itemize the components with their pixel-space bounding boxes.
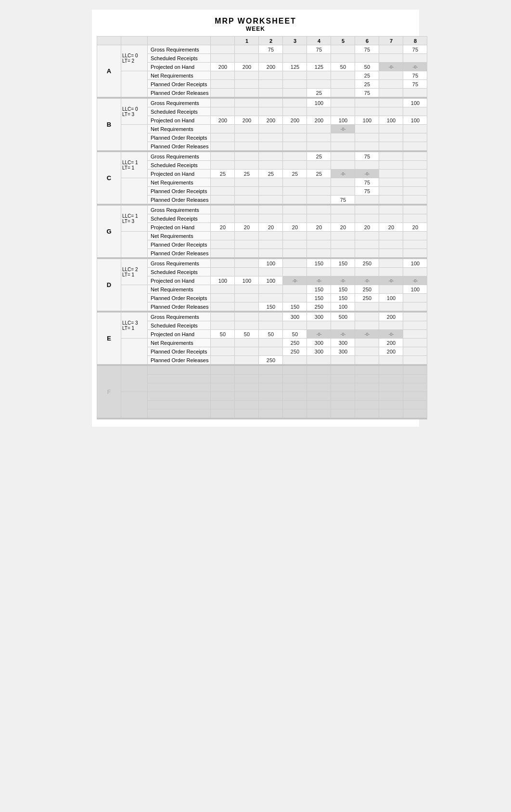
cell-1-3-w8 [403, 125, 427, 133]
llc-E: LLC= 3LT= 1 [121, 313, 148, 339]
cell-3-0-w4 [307, 206, 331, 214]
cell-3-5-w3 [283, 249, 307, 258]
cell-6-0-w6 [355, 366, 379, 375]
cell-2-4-w7 [379, 187, 403, 196]
label-3-5: Planned Order Releases [148, 249, 211, 258]
oh-5-5 [211, 356, 235, 365]
cell-0-2-w1: 200 [235, 63, 259, 71]
cell-5-2-w3: 50 [283, 330, 307, 339]
cell-1-0-w2 [259, 99, 283, 107]
cell-2-4-w5 [331, 187, 355, 196]
cell-4-1-w7 [379, 268, 403, 276]
cell-6-4-w7 [379, 401, 403, 409]
cell-4-5-w4: 250 [307, 302, 331, 311]
cell-3-4-w7 [379, 240, 403, 249]
cell-3-0-w1 [235, 206, 259, 214]
cell-4-5-w6 [355, 302, 379, 311]
label-0-2: Projected on Hand [148, 63, 211, 71]
oh-1-2: 200 [211, 116, 235, 125]
cell-2-2-w5: -0- [331, 170, 355, 178]
llc-F [121, 366, 148, 392]
cell-0-0-w1 [235, 45, 259, 54]
cell-2-5-w7 [379, 196, 403, 204]
cell-3-1-w6 [355, 214, 379, 223]
cell-4-3-w8: 100 [403, 285, 427, 294]
cell-5-2-w6: -0- [355, 330, 379, 339]
cell-0-4-w6: 25 [355, 80, 379, 89]
cell-2-1-w7 [379, 161, 403, 170]
label-2-5: Planned Order Releases [148, 196, 211, 204]
cell-3-4-w8 [403, 240, 427, 249]
cell-5-3-w7: 200 [379, 339, 403, 347]
cell-0-3-w5 [331, 71, 355, 80]
cell-5-4-w5: 300 [331, 347, 355, 356]
cell-6-1-w3 [283, 375, 307, 383]
cell-3-4-w1 [235, 240, 259, 249]
cell-4-2-w1: 100 [235, 276, 259, 285]
cell-3-1-w4 [307, 214, 331, 223]
cell-4-4-w1 [235, 294, 259, 302]
cell-6-3-w4 [307, 392, 331, 401]
cell-5-2-w8 [403, 330, 427, 339]
label-3-2: Projected on Hand [148, 223, 211, 232]
cell-5-3-w1 [235, 339, 259, 347]
cell-1-5-w1 [235, 142, 259, 151]
label-1-4: Planned Order Receipts [148, 133, 211, 142]
label-4-0: Gross Requirements [148, 259, 211, 268]
cell-2-1-w3 [283, 161, 307, 170]
lt-spacer-B [121, 125, 148, 151]
cell-3-0-w6 [355, 206, 379, 214]
cell-3-3-w2 [259, 232, 283, 240]
cell-1-5-w5 [331, 142, 355, 151]
cell-2-5-w1 [235, 196, 259, 204]
cell-2-3-w1 [235, 178, 259, 187]
cell-4-5-w8 [403, 302, 427, 311]
cell-1-0-w4: 100 [307, 99, 331, 107]
oh-6-0 [211, 366, 235, 375]
label-0-3: Net Requirements [148, 71, 211, 80]
cell-6-1-w6 [355, 375, 379, 383]
llc-G: LLC= 1LT= 3 [121, 206, 148, 232]
cell-1-0-w8: 100 [403, 99, 427, 107]
lt-spacer-D [121, 285, 148, 311]
cell-1-4-w2 [259, 133, 283, 142]
label-3-3: Net Requirements [148, 232, 211, 240]
label-3-0: Gross Requirements [148, 206, 211, 214]
cell-6-0-w1 [235, 366, 259, 375]
cell-5-4-w6 [355, 347, 379, 356]
cell-5-0-w8 [403, 313, 427, 321]
item-C: C [97, 152, 121, 204]
cell-4-4-w7: 100 [379, 294, 403, 302]
oh-4-0 [211, 259, 235, 268]
cell-1-5-w3 [283, 142, 307, 151]
cell-6-2-w5 [331, 383, 355, 392]
oh-0-3 [211, 71, 235, 80]
cell-6-5-w4 [307, 409, 331, 418]
cell-6-3-w3 [283, 392, 307, 401]
cell-3-1-w1 [235, 214, 259, 223]
cell-1-4-w1 [235, 133, 259, 142]
cell-3-4-w6 [355, 240, 379, 249]
oh-1-4 [211, 133, 235, 142]
cell-6-4-w4 [307, 401, 331, 409]
cell-5-3-w6 [355, 339, 379, 347]
cell-5-0-w5: 500 [331, 313, 355, 321]
label-4-2: Projected on Hand [148, 276, 211, 285]
cell-0-1-w8 [403, 54, 427, 63]
cell-5-5-w8 [403, 356, 427, 365]
cell-4-1-w1 [235, 268, 259, 276]
cell-0-4-w1 [235, 80, 259, 89]
cell-4-3-w5: 150 [331, 285, 355, 294]
cell-4-2-w5: -0- [331, 276, 355, 285]
col-header-oh [211, 37, 235, 45]
cell-6-5-w2 [259, 409, 283, 418]
label-6-4 [148, 401, 211, 409]
oh-6-3 [211, 392, 235, 401]
oh-5-4 [211, 347, 235, 356]
oh-4-5 [211, 302, 235, 311]
cell-3-5-w1 [235, 249, 259, 258]
cell-5-3-w8 [403, 339, 427, 347]
cell-4-1-w5 [331, 268, 355, 276]
cell-0-0-w4: 75 [307, 45, 331, 54]
cell-3-4-w5 [331, 240, 355, 249]
